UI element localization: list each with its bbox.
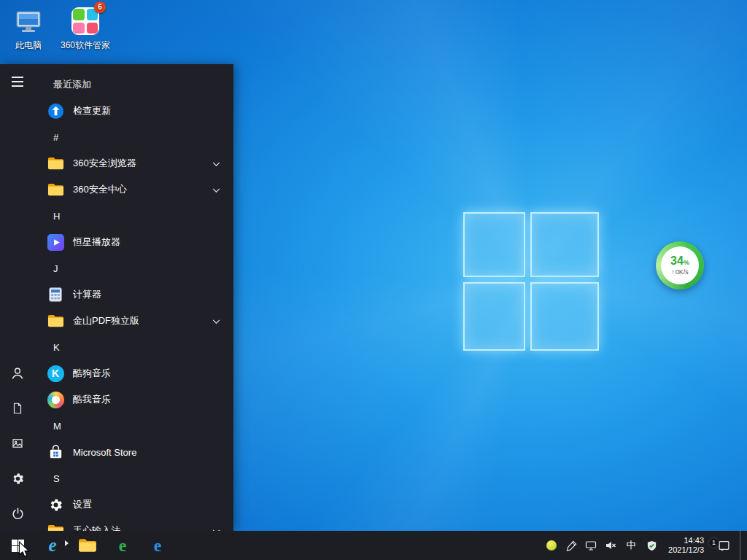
start-app-check-updates[interactable]: 检查更新 (35, 98, 233, 124)
desktop-icon-360-software-manager[interactable]: 6 360软件管家 (57, 6, 114, 52)
power-icon (11, 507, 25, 521)
app-label: Microsoft Store (73, 447, 136, 458)
app-label: 360安全中心 (73, 183, 127, 196)
settings-gear-icon (47, 496, 64, 513)
360-ball-icon (546, 540, 557, 551)
app-label: 手心输入法 (73, 524, 120, 531)
pinned-arrow-icon (65, 540, 69, 546)
tray-defender-icon[interactable] (645, 539, 658, 552)
show-desktop-button[interactable] (740, 531, 744, 560)
360-pinwheel-icon (71, 7, 99, 35)
tray-clock[interactable]: 14:43 2021/12/3 (665, 536, 708, 555)
windows-logo-icon (12, 540, 24, 552)
player-icon (47, 233, 64, 251)
taskbar-internet-explorer[interactable]: e (35, 531, 70, 560)
update-count-badge: 6 (94, 1, 106, 13)
start-section-m[interactable]: M (35, 413, 233, 439)
logo-pane (530, 282, 599, 351)
logo-pane (463, 212, 525, 277)
logo-pane (530, 212, 599, 277)
update-icon (47, 102, 64, 120)
chevron-down-icon[interactable] (212, 314, 220, 327)
start-section-k[interactable]: K (35, 334, 233, 360)
start-app-calculator[interactable]: 计算器 (35, 281, 233, 308)
app-label: 酷我音乐 (73, 393, 111, 406)
app-label: 计算器 (73, 288, 101, 301)
chevron-down-icon[interactable] (212, 524, 220, 531)
calculator-icon (47, 286, 64, 303)
document-icon (11, 402, 24, 415)
notification-count-badge: 1 (708, 537, 719, 548)
rail-settings-button[interactable] (0, 461, 35, 496)
screen: 此电脑 6 360软件管家 (0, 0, 747, 560)
tray-pen-icon[interactable] (565, 539, 578, 552)
start-app-jinshan-pdf[interactable]: 金山PDF独立版 (35, 308, 233, 334)
start-section-hash[interactable]: # (35, 124, 233, 150)
start-section-h[interactable]: H (35, 203, 233, 229)
chevron-down-icon[interactable] (212, 183, 220, 196)
kuwo-icon (47, 391, 64, 408)
clock-time: 14:43 (668, 536, 704, 545)
app-label: 酷狗音乐 (73, 367, 111, 380)
start-menu: 最近添加 检查更新 # 360安全浏览器 (0, 64, 233, 531)
action-center-button[interactable]: 1 (714, 531, 733, 560)
taskbar-file-explorer[interactable] (70, 531, 105, 560)
pictures-icon (11, 437, 24, 450)
start-app-kugou-music[interactable]: K 酷狗音乐 (35, 360, 233, 386)
start-app-settings[interactable]: 设置 (35, 491, 233, 518)
start-app-hengxing-player[interactable]: 恒星播放器 (35, 229, 233, 255)
gear-icon (11, 472, 25, 486)
start-section-s[interactable]: S (35, 465, 233, 491)
tray-360-icon[interactable] (545, 539, 558, 552)
start-app-shouxin-ime[interactable]: 手心输入法 (35, 518, 233, 531)
tray-network-icon[interactable] (584, 539, 597, 552)
taskbar-browser-green[interactable]: e (105, 531, 140, 560)
rail-documents-button[interactable] (0, 391, 35, 426)
taskbar: e e e 中 14:43 (0, 531, 747, 560)
app-label: 检查更新 (73, 104, 111, 117)
start-section-j[interactable]: J (35, 255, 233, 281)
app-label: 恒星播放器 (73, 236, 120, 249)
memory-percent: 34% (670, 255, 689, 267)
start-menu-rail (0, 64, 35, 531)
system-tray: 中 14:43 2021/12/3 1 (545, 531, 747, 560)
folder-icon (47, 181, 64, 198)
rail-power-button[interactable] (0, 496, 35, 531)
rail-pictures-button[interactable] (0, 426, 35, 461)
network-speed: ↑0K/s (671, 269, 689, 276)
account-icon (10, 366, 25, 381)
speed-ball-face: 34% ↑0K/s (661, 246, 699, 284)
tray-ime-indicator[interactable]: 中 (624, 539, 638, 552)
chevron-down-icon[interactable] (212, 157, 220, 170)
app-label: 金山PDF独立版 (73, 314, 139, 327)
browser-green-e-icon: e (119, 536, 127, 556)
store-icon (47, 443, 64, 461)
app-label: 360安全浏览器 (73, 157, 136, 170)
desktop-icon-this-pc[interactable]: 此电脑 (0, 6, 57, 52)
app-label: 设置 (73, 498, 92, 511)
desktop-icon-label: 360软件管家 (61, 39, 110, 52)
file-explorer-icon (78, 536, 97, 555)
start-app-kuwo-music[interactable]: 酷我音乐 (35, 386, 233, 413)
this-pc-icon (13, 6, 44, 36)
folder-icon (47, 312, 64, 330)
start-menu-app-list: 最近添加 检查更新 # 360安全浏览器 (35, 64, 233, 531)
start-app-360-browser[interactable]: 360安全浏览器 (35, 150, 233, 176)
tray-volume-muted-icon[interactable] (604, 539, 617, 552)
taskbar-browser-blue[interactable]: e (140, 531, 175, 560)
start-button[interactable] (0, 531, 35, 560)
rail-bottom-group (0, 356, 35, 531)
hamburger-icon (12, 77, 23, 87)
internet-explorer-icon: e (48, 535, 56, 556)
recently-added-header: 最近添加 (35, 71, 233, 98)
desktop-icon-label: 此电脑 (15, 39, 42, 52)
folder-icon (47, 522, 64, 531)
speed-ball-widget[interactable]: 34% ↑0K/s (656, 241, 704, 289)
start-app-microsoft-store[interactable]: Microsoft Store (35, 439, 233, 465)
rail-account-button[interactable] (0, 356, 35, 391)
rail-menu-button[interactable] (0, 64, 35, 99)
start-app-360-security-center[interactable]: 360安全中心 (35, 176, 233, 203)
360-software-manager-icon: 6 (70, 6, 101, 36)
browser-blue-e-icon: e (154, 536, 162, 556)
windows-logo-wallpaper (463, 212, 599, 351)
